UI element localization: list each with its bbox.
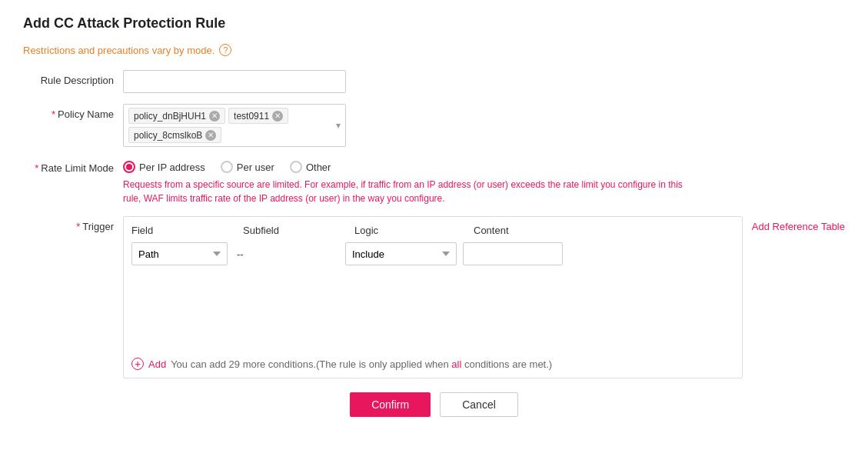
radio-label-per-user: Per user xyxy=(237,162,274,173)
rate-limit-description: Requests from a specific source are limi… xyxy=(123,178,700,205)
trigger-section: *Trigger Field Subfield Logic Content Pa… xyxy=(23,216,845,378)
page-title: Add CC Attack Protection Rule xyxy=(23,15,845,32)
radio-label-other: Other xyxy=(306,162,331,173)
radio-circle-per-user xyxy=(221,161,233,173)
trigger-header: Field Subfield Logic Content xyxy=(131,225,734,236)
content-input[interactable] xyxy=(463,242,563,265)
tag-label: test0911 xyxy=(234,111,269,122)
rule-description-control xyxy=(123,70,845,93)
rate-limit-mode-control: Per IP address Per user Other Requests f… xyxy=(123,158,845,205)
radio-dot-per-ip xyxy=(126,164,132,170)
policy-name-dropdown-arrow[interactable]: ▾ xyxy=(336,120,341,131)
tag-label: policy_8cmslkoB xyxy=(134,130,202,141)
subfield-dash: -- xyxy=(234,248,345,260)
add-description: You can add 29 more conditions.(The rule… xyxy=(171,358,552,370)
rate-limit-mode-label: *Rate Limit Mode xyxy=(23,158,123,174)
tag-policy-8cmslkoB: policy_8cmslkoB ✕ xyxy=(128,127,221,143)
tag-test0911: test0911 ✕ xyxy=(228,108,288,124)
tag-label: policy_dnBjHUH1 xyxy=(134,111,206,122)
trigger-table-area: Field Subfield Logic Content Path IP URL… xyxy=(123,216,743,378)
tag-policy-dnBjHUH1: policy_dnBjHUH1 ✕ xyxy=(128,108,225,124)
th-field: Field xyxy=(131,225,243,236)
radio-circle-other xyxy=(290,161,302,173)
confirm-button[interactable]: Confirm xyxy=(350,392,431,417)
th-content: Content xyxy=(474,225,597,236)
cancel-button[interactable]: Cancel xyxy=(440,392,518,417)
rule-description-row: Rule Description xyxy=(23,70,845,93)
radio-label-per-ip: Per IP address xyxy=(139,162,205,173)
radio-group: Per IP address Per user Other xyxy=(123,158,845,173)
th-subfield: Subfield xyxy=(243,225,354,236)
radio-other[interactable]: Other xyxy=(290,161,331,173)
policy-name-row: *Policy Name policy_dnBjHUH1 ✕ test0911 … xyxy=(23,104,845,147)
add-circle-icon[interactable]: + xyxy=(131,358,144,370)
tag-close-policy-8cmslkoB[interactable]: ✕ xyxy=(205,130,216,141)
add-reference-table-link[interactable]: Add Reference Table xyxy=(752,216,845,232)
field-select[interactable]: Path IP URL Referer User Agent Header xyxy=(131,242,228,265)
policy-name-label: *Policy Name xyxy=(23,104,123,120)
help-icon[interactable]: ? xyxy=(219,44,231,56)
radio-circle-per-ip xyxy=(123,161,135,173)
rule-description-label: Rule Description xyxy=(23,70,123,86)
required-star3: * xyxy=(76,221,80,232)
radio-per-ip[interactable]: Per IP address xyxy=(123,161,205,173)
rate-limit-mode-row: *Rate Limit Mode Per IP address Per user… xyxy=(23,158,845,205)
required-star2: * xyxy=(35,162,38,174)
th-logic: Logic xyxy=(354,225,474,236)
trigger-row: Path IP URL Referer User Agent Header --… xyxy=(131,242,734,265)
restriction-text: Restrictions and precautions vary by mod… xyxy=(23,45,215,56)
action-buttons: Confirm Cancel xyxy=(23,392,845,417)
add-row: + Add You can add 29 more conditions.(Th… xyxy=(131,358,734,370)
required-star: * xyxy=(52,108,55,120)
all-highlight: all xyxy=(451,358,461,370)
rule-description-input[interactable] xyxy=(123,70,346,93)
tag-close-policy-dnBjHUH1[interactable]: ✕ xyxy=(209,111,220,122)
tag-close-test0911[interactable]: ✕ xyxy=(272,111,283,122)
policy-name-control: policy_dnBjHUH1 ✕ test0911 ✕ policy_8cms… xyxy=(123,104,845,147)
trigger-label: *Trigger xyxy=(23,216,123,232)
radio-per-user[interactable]: Per user xyxy=(221,161,274,173)
restriction-note: Restrictions and precautions vary by mod… xyxy=(23,44,845,56)
add-link[interactable]: Add xyxy=(148,358,166,370)
policy-name-tag-input[interactable]: policy_dnBjHUH1 ✕ test0911 ✕ policy_8cms… xyxy=(123,104,346,147)
logic-select[interactable]: Include Exclude Equal Not Equal Prefix i… xyxy=(345,242,457,265)
